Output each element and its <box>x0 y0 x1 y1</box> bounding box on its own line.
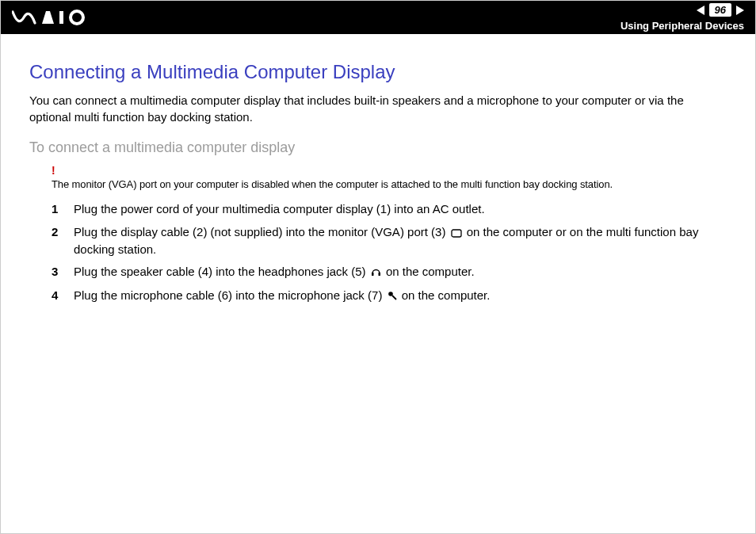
header-bar: 96 Using Peripheral Devices <box>1 1 755 34</box>
sub-heading: To connect a multimedia computer display <box>29 138 727 157</box>
page-navigation: 96 <box>697 3 744 17</box>
step-number: 2 <box>52 224 63 240</box>
intro-paragraph: You can connect a multimedia computer di… <box>29 93 727 125</box>
step-item: 1 Plug the power cord of your multimedia… <box>29 201 727 217</box>
step-item: 2 Plug the display cable (2) (not suppli… <box>29 224 727 258</box>
microphone-icon <box>388 289 397 305</box>
step-item: 3 Plug the speaker cable (4) into the he… <box>29 264 727 281</box>
step-number: 1 <box>52 201 63 217</box>
svg-line-6 <box>392 296 396 299</box>
section-title: Using Peripheral Devices <box>620 20 744 32</box>
step-text: Plug the power cord of your multimedia c… <box>74 201 727 217</box>
page-heading: Connecting a Multimedia Computer Display <box>29 59 727 85</box>
vaio-logo <box>12 10 88 25</box>
step-text: Plug the microphone cable (6) into the m… <box>74 288 727 305</box>
prev-page-arrow-icon[interactable] <box>697 6 704 15</box>
svg-point-5 <box>388 292 393 297</box>
page-number: 96 <box>709 3 731 17</box>
steps-list: 1 Plug the power cord of your multimedia… <box>29 201 727 305</box>
step-text: Plug the display cable (2) (not supplied… <box>74 224 727 258</box>
svg-rect-3 <box>372 273 374 276</box>
step-number: 4 <box>52 288 63 303</box>
svg-point-1 <box>71 11 83 24</box>
warning-block: ! The monitor (VGA) port on your compute… <box>52 165 727 192</box>
vga-port-icon <box>451 226 462 242</box>
svg-rect-4 <box>378 273 380 276</box>
next-page-arrow-icon[interactable] <box>736 6 744 15</box>
step-item: 4 Plug the microphone cable (6) into the… <box>29 288 727 305</box>
headphones-icon <box>371 265 381 281</box>
warning-text: The monitor (VGA) port on your computer … <box>52 178 613 190</box>
step-text: Plug the speaker cable (4) into the head… <box>74 264 727 281</box>
page-content: Connecting a Multimedia Computer Display… <box>1 34 755 306</box>
step-number: 3 <box>52 264 63 280</box>
svg-rect-2 <box>452 230 461 237</box>
svg-rect-0 <box>59 11 63 24</box>
exclamation-icon: ! <box>52 165 727 176</box>
